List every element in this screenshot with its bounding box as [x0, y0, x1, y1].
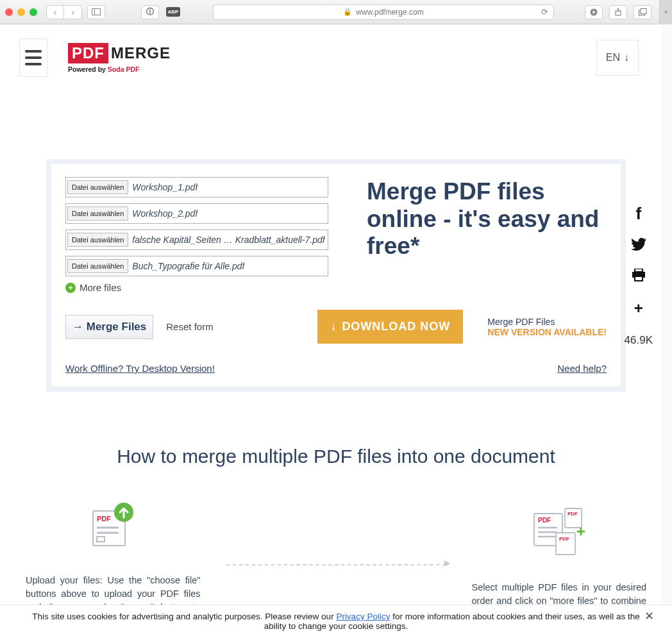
site-header: PDF MERGE Powered by Soda PDF EN ↓: [0, 32, 672, 83]
tabs-button[interactable]: [634, 5, 651, 19]
svg-text:PDF: PDF: [538, 517, 551, 524]
download-arrow-icon: ↓: [330, 320, 337, 333]
download-now-button[interactable]: ↓ DOWNLOAD NOW: [317, 310, 463, 344]
choose-file-button[interactable]: Datei auswählen: [67, 259, 128, 273]
address-bar[interactable]: 🔒 www.pdfmerge.com ⟳: [213, 4, 554, 20]
cookie-text-pre: This site uses cookies for advertising a…: [32, 612, 336, 621]
nav-back-forward: ‹ ›: [46, 5, 82, 19]
zoom-window-button[interactable]: [29, 8, 37, 16]
browser-toolbar: ‹ › ⓘ ABP 🔒 www.pdfmerge.com ⟳ +: [0, 0, 672, 24]
menu-button[interactable]: [19, 38, 47, 77]
file-input-4: Datei auswählen Buch_Typografie für Alle…: [65, 256, 328, 276]
svg-text:PDF: PDF: [97, 515, 111, 523]
download-label: DOWNLOAD NOW: [342, 320, 450, 333]
facebook-icon[interactable]: f: [635, 204, 641, 224]
file-input-2: Datei auswählen Workshop_2.pdf: [65, 203, 328, 224]
twitter-icon[interactable]: [631, 238, 646, 255]
logo-pdf-text: PDF: [68, 43, 108, 63]
choose-file-button[interactable]: Datei auswählen: [67, 180, 128, 194]
adblock-button[interactable]: ABP: [164, 5, 182, 19]
cookie-notice: This site uses cookies for advertising a…: [0, 605, 672, 636]
close-window-button[interactable]: [5, 8, 13, 16]
choose-file-button[interactable]: Datei auswählen: [67, 206, 128, 221]
combine-pdf-icon: PDF PDF PDF: [446, 506, 673, 558]
privacy-policy-link[interactable]: Privacy Policy: [336, 612, 390, 621]
window-controls: [5, 8, 37, 16]
download-side-line1: Merge PDF Files: [487, 317, 607, 327]
logo-merge-text: MERGE: [111, 44, 171, 62]
upload-pdf-icon: PDF: [0, 499, 226, 551]
more-files-link[interactable]: + More files: [65, 282, 328, 293]
lock-icon: 🔒: [343, 8, 352, 16]
more-share-icon[interactable]: +: [634, 299, 643, 317]
share-button[interactable]: [609, 5, 627, 19]
need-help-link[interactable]: Need help?: [557, 363, 607, 374]
reader-button[interactable]: ⓘ: [141, 5, 159, 19]
download-side-text: Merge PDF Files NEW VERSION AVAILABLE!: [487, 317, 607, 337]
site-logo[interactable]: PDF MERGE Powered by Soda PDF: [68, 43, 171, 73]
url-text: www.pdfmerge.com: [356, 8, 423, 17]
svg-rect-21: [635, 269, 643, 272]
work-offline-link[interactable]: Work Offline? Try Desktop Version!: [65, 363, 215, 374]
reset-form-link[interactable]: Reset form: [166, 321, 213, 332]
chevron-down-icon: ↓: [624, 52, 629, 63]
svg-rect-5: [641, 8, 646, 13]
print-icon[interactable]: [632, 269, 646, 285]
svg-text:PDF: PDF: [559, 536, 569, 542]
choose-file-button[interactable]: Datei auswählen: [67, 233, 128, 247]
close-cookie-button[interactable]: ✕: [644, 609, 654, 623]
back-button[interactable]: ‹: [46, 5, 64, 19]
file-name-label: falsche Kapitäl_Seiten … Kradblatt_aktue…: [132, 235, 324, 245]
download-side-line2: NEW VERSION AVAILABLE!: [487, 327, 607, 337]
new-tab-button[interactable]: +: [659, 0, 672, 24]
how-to-title: How to merge multiple PDF files into one…: [0, 446, 672, 467]
file-input-3: Datei auswählen falsche Kapitäl_Seiten ……: [65, 230, 328, 250]
file-inputs-column: Datei auswählen Workshop_1.pdf Datei aus…: [65, 177, 328, 293]
headline: Merge PDF files online - it's easy and f…: [367, 178, 607, 260]
sidebar-toggle-button[interactable]: [87, 5, 105, 19]
logo-subtitle: Powered by Soda PDF: [68, 65, 171, 73]
file-input-1: Datei auswählen Workshop_1.pdf: [65, 177, 328, 197]
file-name-label: Buch_Typografie für Alle.pdf: [132, 261, 244, 271]
merge-label: Merge Files: [87, 321, 147, 333]
language-label: EN: [606, 52, 620, 63]
how-to-section: How to merge multiple PDF files into one…: [0, 446, 672, 628]
share-rail: f + 46.9K: [625, 204, 653, 347]
merge-card: Datei auswählen Workshop_1.pdf Datei aus…: [46, 159, 626, 392]
file-name-label: Workshop_1.pdf: [132, 182, 197, 192]
file-name-label: Workshop_2.pdf: [132, 208, 197, 219]
svg-rect-23: [635, 276, 643, 281]
plus-icon: +: [65, 283, 76, 293]
reload-icon[interactable]: ⟳: [541, 7, 548, 17]
more-files-label: More files: [80, 282, 121, 293]
svg-rect-0: [92, 9, 101, 15]
how-to-step-2: PDF PDF PDF Select multiple PDF files in…: [446, 506, 673, 621]
svg-text:PDF: PDF: [567, 511, 578, 517]
minimize-window-button[interactable]: [17, 8, 25, 16]
forward-button[interactable]: ›: [64, 5, 82, 19]
downloads-button[interactable]: [585, 5, 603, 19]
language-selector[interactable]: EN ↓: [596, 40, 639, 76]
share-count: 46.9K: [625, 334, 653, 347]
step-divider-arrow: [226, 564, 446, 565]
arrow-right-icon: →: [72, 321, 87, 333]
merge-files-button[interactable]: → Merge Files: [65, 315, 153, 339]
